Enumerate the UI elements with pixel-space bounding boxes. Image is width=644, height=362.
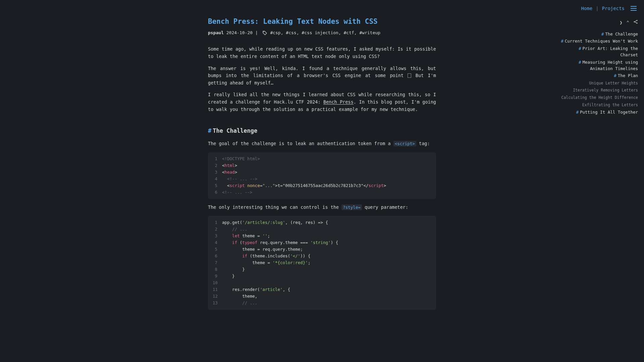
line-number: 5 — [213, 182, 222, 189]
code-line: 2<html> — [213, 162, 431, 169]
line-number: 6 — [213, 189, 222, 196]
benchpress-link[interactable]: Bench Press — [323, 99, 354, 105]
toc-label: The Plan — [618, 73, 638, 78]
toc-label: The Challenge — [605, 32, 638, 37]
code-content: // ... — [222, 300, 257, 306]
code-line: 10 — [213, 280, 431, 286]
chevron-up-icon[interactable]: ⌃ — [627, 19, 629, 26]
line-number: 8 — [213, 266, 222, 273]
code-content: theme = req.query.theme; — [222, 246, 303, 253]
toc-label: Putting It All Together — [580, 110, 638, 115]
code-content: // ... — [222, 226, 247, 233]
line-number: 12 — [213, 293, 222, 300]
line-number: 13 — [213, 300, 222, 306]
code-content: <!DOCTYPE html> — [222, 156, 260, 162]
toc-sublabel: Iteratively Removing Letters — [573, 88, 638, 93]
hash-icon: # — [208, 127, 211, 134]
code-line: 2 // ... — [213, 226, 431, 233]
paragraph: Some time ago, while reading up on new C… — [208, 46, 436, 60]
code-line: 5 theme = req.query.theme; — [213, 246, 431, 253]
code-line: 4 if (typeof req.query.theme === 'string… — [213, 239, 431, 246]
toc-item[interactable]: #Putting It All Together — [561, 109, 638, 115]
toc-item[interactable]: Unique Letter Heights — [561, 80, 638, 86]
hash-icon: # — [614, 73, 616, 78]
toc-item[interactable]: Exfiltrating the Letters — [561, 102, 638, 108]
line-number: 2 — [213, 162, 222, 169]
svg-point-2 — [636, 22, 637, 23]
toc-item[interactable]: #The Plan — [561, 72, 638, 79]
nav-home[interactable]: Home — [581, 5, 592, 12]
code-line: 1app.get('/articles/:slug', (req, res) =… — [213, 219, 431, 226]
paragraph: The goal of the challenge is to leak an … — [208, 140, 436, 147]
toc-item[interactable]: #The Challenge — [561, 31, 638, 37]
line-number: 11 — [213, 286, 222, 293]
code-content: <html> — [222, 162, 237, 169]
code-content: if (typeof req.query.theme === 'string')… — [222, 239, 338, 246]
svg-point-0 — [636, 20, 637, 21]
code-line: 5 <script nonce="...">t="00b275146755aac… — [213, 182, 431, 189]
line-number: 6 — [213, 253, 222, 259]
toc-item[interactable]: #Measuring Height using Animation Timeli… — [561, 59, 638, 72]
line-number: 4 — [213, 176, 222, 182]
line-number: 3 — [213, 169, 222, 176]
code-line: 3 let theme = ''; — [213, 233, 431, 239]
table-of-contents: #The Challenge#Current Techniques Won't … — [561, 30, 638, 116]
code-line: 8 } — [213, 266, 431, 273]
code-content: <script nonce="...">t="00b275146755aac26… — [222, 182, 386, 189]
paragraph: The answer is yes! Well, kinda. I found … — [208, 65, 436, 87]
nav-links: Home | Projects — [581, 5, 625, 12]
nav-projects[interactable]: Projects — [602, 5, 625, 12]
emoji-placeholder-icon — [408, 73, 411, 78]
paragraph: I really liked all the new things I lear… — [208, 91, 436, 113]
toc-label: Current Techniques Won't Work — [565, 39, 638, 44]
code-line: 1<!DOCTYPE html> — [213, 156, 431, 162]
topbar: Home | Projects — [574, 0, 644, 17]
post-date: 2024-10-20 — [226, 30, 253, 35]
code-line: 12 theme, — [213, 293, 431, 300]
code-line: 9 } — [213, 273, 431, 280]
code-block-html: 1<!DOCTYPE html>2<html>3<head>4 <!-- ...… — [208, 152, 436, 199]
post-meta: pspaul 2024-10-20 | #csp, #css, #css inj… — [208, 29, 436, 37]
code-block-js: 1app.get('/articles/:slug', (req, res) =… — [208, 216, 436, 310]
hamburger-icon[interactable] — [631, 6, 637, 11]
toc-label: Prior Art: Leaking the Charset — [582, 46, 638, 57]
line-number: 4 — [213, 239, 222, 246]
toc-item[interactable]: #Current Techniques Won't Work — [561, 38, 638, 44]
hash-icon: # — [579, 60, 581, 65]
code-content: theme = '*{color:red}'; — [222, 259, 310, 266]
toc-item[interactable]: #Prior Art: Leaking the Charset — [561, 45, 638, 58]
line-number: 5 — [213, 246, 222, 253]
hash-icon: # — [576, 110, 579, 115]
code-content: <head> — [222, 169, 237, 176]
toc-item[interactable]: Calculating the Height Difference — [561, 94, 638, 101]
toc-sublabel: Calculating the Height Difference — [561, 95, 638, 100]
meta-separator: | — [253, 30, 260, 35]
section-heading-challenge: #The Challenge — [208, 126, 436, 135]
code-content: let theme = ''; — [222, 233, 270, 239]
line-number: 3 — [213, 233, 222, 239]
line-number: 7 — [213, 259, 222, 266]
tag-icon — [263, 30, 267, 37]
code-line: 3<head> — [213, 169, 431, 176]
code-content: <!-- ... --> — [222, 176, 257, 182]
toc-item[interactable]: Iteratively Removing Letters — [561, 87, 638, 94]
code-content: res.render('article', { — [222, 286, 290, 293]
share-icon[interactable] — [633, 19, 638, 26]
hash-icon: # — [601, 32, 604, 37]
line-number: 2 — [213, 226, 222, 233]
code-line: 6<!-- ... --> — [213, 189, 431, 196]
code-line: 4 <!-- ... --> — [213, 176, 431, 182]
post-tags: #csp, #css, #css injection, #ctf, #write… — [270, 30, 380, 35]
toc-controls: ❯ ⌃ — [620, 19, 638, 26]
chevron-right-icon[interactable]: ❯ — [620, 19, 622, 26]
code-content: if (theme.includes('</')) { — [222, 253, 310, 259]
code-line: 7 theme = '*{color:red}'; — [213, 259, 431, 266]
hash-icon: # — [579, 46, 581, 51]
code-line: 11 res.render('article', { — [213, 286, 431, 293]
code-line: 6 if (theme.includes('</')) { — [213, 253, 431, 259]
code-line: 13 // ... — [213, 300, 431, 306]
svg-point-3 — [263, 32, 264, 32]
code-content: } — [222, 266, 245, 273]
paragraph: The only interesting thing we can contro… — [208, 204, 436, 211]
code-content: } — [222, 273, 235, 280]
